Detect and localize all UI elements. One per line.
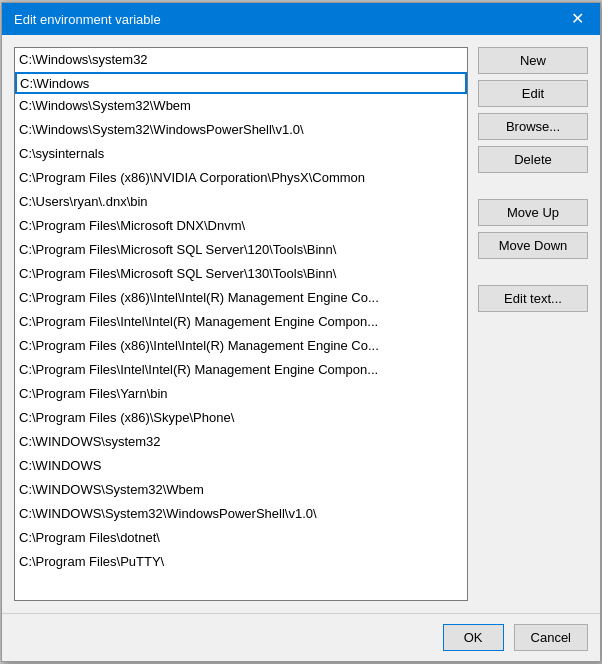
- list-item[interactable]: C:\WINDOWS\System32\Wbem: [15, 478, 467, 502]
- dialog-title: Edit environment variable: [14, 12, 161, 27]
- button-spacer: [478, 265, 588, 279]
- title-bar: Edit environment variable ✕: [2, 3, 600, 35]
- list-item[interactable]: C:\Program Files\Microsoft DNX\Dnvm\: [15, 214, 467, 238]
- list-item-edit-input[interactable]: [15, 72, 467, 94]
- ok-button[interactable]: OK: [443, 624, 504, 651]
- dialog-footer: OK Cancel: [2, 613, 600, 661]
- list-item[interactable]: C:\Windows\System32\Wbem: [15, 94, 467, 118]
- list-item[interactable]: C:\WINDOWS\system32: [15, 430, 467, 454]
- list-item[interactable]: C:\Users\ryan\.dnx\bin: [15, 190, 467, 214]
- list-item[interactable]: C:\WINDOWS: [15, 454, 467, 478]
- dialog-body: C:\Windows\system32 C:\Windows\System32\…: [2, 35, 600, 613]
- action-buttons-panel: New Edit Browse... Delete Move Up Move D…: [478, 47, 588, 601]
- list-item[interactable]: C:\Program Files (x86)\Intel\Intel(R) Ma…: [15, 334, 467, 358]
- list-item[interactable]: C:\Program Files (x86)\NVIDIA Corporatio…: [15, 166, 467, 190]
- move-down-button[interactable]: Move Down: [478, 232, 588, 259]
- list-item[interactable]: C:\WINDOWS\System32\WindowsPowerShell\v1…: [15, 502, 467, 526]
- list-item[interactable]: C:\Program Files\Microsoft SQL Server\13…: [15, 262, 467, 286]
- new-button[interactable]: New: [478, 47, 588, 74]
- cancel-button[interactable]: Cancel: [514, 624, 588, 651]
- list-item[interactable]: C:\Program Files\Intel\Intel(R) Manageme…: [15, 358, 467, 382]
- edit-env-variable-dialog: Edit environment variable ✕ C:\Windows\s…: [1, 2, 601, 662]
- list-item[interactable]: C:\Windows\System32\WindowsPowerShell\v1…: [15, 118, 467, 142]
- env-var-list-container: C:\Windows\system32 C:\Windows\System32\…: [14, 47, 468, 601]
- env-var-list-scroll[interactable]: C:\Windows\system32 C:\Windows\System32\…: [15, 48, 467, 600]
- edit-button[interactable]: Edit: [478, 80, 588, 107]
- button-spacer: [478, 179, 588, 193]
- list-item[interactable]: C:\Program Files\Intel\Intel(R) Manageme…: [15, 310, 467, 334]
- move-up-button[interactable]: Move Up: [478, 199, 588, 226]
- delete-button[interactable]: Delete: [478, 146, 588, 173]
- browse-button[interactable]: Browse...: [478, 113, 588, 140]
- list-item[interactable]: C:\Program Files\Yarn\bin: [15, 382, 467, 406]
- list-item-editing[interactable]: [15, 72, 467, 94]
- list-item[interactable]: C:\Windows\system32: [15, 48, 467, 72]
- list-item[interactable]: C:\Program Files (x86)\Intel\Intel(R) Ma…: [15, 286, 467, 310]
- list-item[interactable]: C:\Program Files\dotnet\: [15, 526, 467, 550]
- list-item[interactable]: C:\sysinternals: [15, 142, 467, 166]
- list-item[interactable]: C:\Program Files\PuTTY\: [15, 550, 467, 574]
- list-item[interactable]: C:\Program Files (x86)\Skype\Phone\: [15, 406, 467, 430]
- close-button[interactable]: ✕: [567, 11, 588, 27]
- edit-text-button[interactable]: Edit text...: [478, 285, 588, 312]
- list-item[interactable]: C:\Program Files\Microsoft SQL Server\12…: [15, 238, 467, 262]
